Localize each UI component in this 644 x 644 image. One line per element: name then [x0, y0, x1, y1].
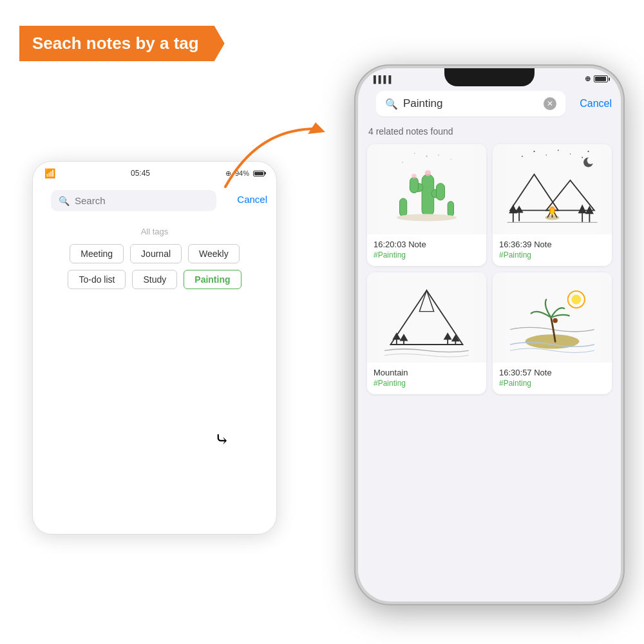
svg-point-21 — [558, 149, 559, 151]
small-right-status: ⊕ 94% — [225, 169, 265, 178]
note-info-4: 16:30:57 Note #Painting — [493, 363, 612, 394]
cursor-icon: ⤷ — [214, 429, 229, 450]
large-cancel-button[interactable]: Cancel — [580, 98, 612, 109]
notes-grid: 16:20:03 Note #Painting — [358, 140, 621, 398]
phone-notch — [444, 68, 535, 86]
tags-row-1: Meeting Journal Weekly — [46, 244, 263, 263]
note-card-4[interactable]: 16:30:57 Note #Painting — [493, 272, 612, 394]
results-count: 4 related notes found — [358, 121, 621, 140]
svg-point-15 — [425, 170, 431, 176]
note-thumbnail-4 — [493, 272, 612, 363]
note-info-3: Mountain #Painting — [367, 363, 486, 394]
small-battery-icon — [253, 171, 265, 176]
svg-point-18 — [522, 156, 523, 157]
small-status-bar: 📶 05:45 ⊕ 94% — [33, 162, 276, 182]
large-phone: ▐▐▐▐ 5:20 PM ⊕ 🔍 Painting ✕ Cancel 4 rel… — [354, 64, 625, 605]
svg-rect-11 — [436, 184, 444, 200]
large-search-icon: 🔍 — [385, 98, 398, 110]
svg-marker-0 — [308, 122, 325, 134]
wifi-icon: 📶 — [44, 168, 55, 178]
promo-banner: Seach notes by a tag — [19, 26, 225, 61]
svg-point-20 — [545, 155, 546, 155]
tag-journal[interactable]: Journal — [130, 244, 182, 263]
svg-point-3 — [414, 153, 415, 154]
large-location-icon: ⊕ — [585, 75, 591, 83]
large-signal-icon: ▐▐▐▐ — [371, 75, 391, 83]
note-tag-2: #Painting — [499, 251, 605, 260]
tag-weekly[interactable]: Weekly — [188, 244, 240, 263]
tag-meeting[interactable]: Meeting — [70, 244, 124, 263]
large-search-value: Painting — [403, 97, 538, 110]
note-tag-3: #Painting — [374, 379, 480, 388]
large-battery-icon — [594, 75, 608, 82]
note-card-1[interactable]: 16:20:03 Note #Painting — [367, 144, 486, 266]
all-tags-label: All tags — [33, 227, 276, 236]
svg-point-16 — [412, 174, 416, 178]
svg-rect-44 — [379, 272, 475, 363]
note-card-3[interactable]: Mountain #Painting — [367, 272, 486, 394]
svg-point-26 — [587, 157, 594, 164]
svg-point-22 — [570, 153, 571, 154]
small-cancel-button[interactable]: Cancel — [237, 194, 267, 205]
small-battery-pct: 94% — [235, 169, 249, 177]
clear-search-button[interactable]: ✕ — [544, 97, 556, 110]
svg-point-19 — [533, 151, 535, 152]
note-info-1: 16:20:03 Note #Painting — [367, 234, 486, 266]
svg-rect-12 — [400, 198, 407, 216]
large-search-bar[interactable]: 🔍 Painting ✕ — [376, 91, 565, 117]
svg-rect-9 — [410, 177, 418, 193]
small-time: 05:45 — [131, 169, 150, 178]
note-title-2: 16:36:39 Note — [499, 240, 605, 249]
tag-painting[interactable]: Painting — [184, 270, 241, 289]
note-thumbnail-1 — [367, 144, 486, 234]
large-search-bar-row: 🔍 Painting ✕ Cancel — [358, 86, 621, 121]
note-info-2: 16:36:39 Note #Painting — [493, 234, 612, 266]
svg-point-14 — [397, 214, 457, 221]
svg-point-59 — [553, 318, 557, 323]
svg-point-2 — [426, 155, 428, 157]
tag-study[interactable]: Study — [132, 270, 177, 289]
svg-point-42 — [551, 209, 554, 214]
tags-container: Meeting Journal Weekly To-do list Study … — [33, 244, 276, 289]
small-search-row: 🔍 Cancel — [33, 182, 276, 216]
tag-todolist[interactable]: To-do list — [68, 270, 126, 289]
note-thumbnail-2 — [493, 144, 612, 234]
svg-point-23 — [582, 157, 583, 158]
note-title-3: Mountain — [374, 368, 480, 377]
small-search-bar[interactable]: 🔍 — [51, 190, 216, 211]
svg-point-57 — [571, 295, 581, 305]
large-right-icons: ⊕ — [585, 75, 608, 83]
small-search-icon: 🔍 — [59, 196, 70, 206]
note-tag-1: #Painting — [374, 251, 480, 260]
note-title-1: 16:20:03 Note — [374, 240, 480, 249]
large-phone-inner: ▐▐▐▐ 5:20 PM ⊕ 🔍 Painting ✕ Cancel 4 rel… — [358, 68, 621, 601]
svg-point-6 — [450, 158, 451, 160]
note-card-2[interactable]: 16:36:39 Note #Painting — [493, 144, 612, 266]
banner-text: Seach notes by a tag — [32, 33, 199, 53]
svg-point-4 — [438, 155, 439, 156]
svg-point-5 — [402, 162, 403, 163]
tags-row-2: To-do list Study Painting — [46, 270, 263, 289]
note-thumbnail-3 — [367, 272, 486, 363]
svg-point-24 — [587, 151, 589, 152]
small-phone: 📶 05:45 ⊕ 94% 🔍 Cancel All tags Meeting … — [32, 161, 277, 535]
svg-rect-13 — [448, 202, 453, 216]
small-search-input[interactable] — [75, 195, 209, 206]
note-title-4: 16:30:57 Note — [499, 368, 605, 377]
note-tag-4: #Painting — [499, 379, 605, 388]
location-icon: ⊕ — [225, 169, 231, 178]
